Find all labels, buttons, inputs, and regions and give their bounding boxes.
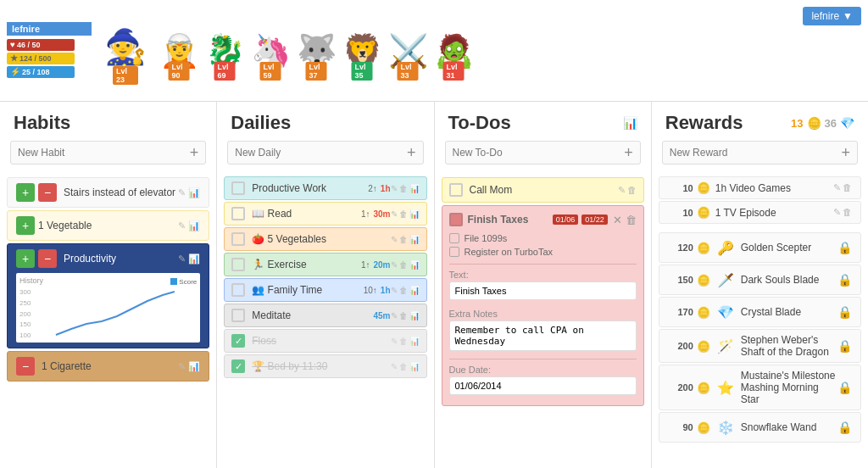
xp-value: 124 / 500 — [19, 54, 52, 63]
user-menu-button[interactable]: lefnire ▼ — [803, 7, 861, 25]
delete-icon[interactable]: 🗑 — [399, 311, 408, 320]
new-todo-row[interactable]: + — [445, 141, 641, 164]
new-reward-input[interactable] — [663, 142, 835, 164]
edit-icon[interactable]: ✎ — [833, 182, 841, 193]
daily-item-productive: Productive Work 2↑ 1h ✎ 🗑 📊 — [224, 176, 426, 200]
stats-icon: 📊 — [188, 254, 200, 265]
delete-icon[interactable]: 🗑 — [399, 337, 408, 346]
daily-checkbox-checked[interactable]: ✓ — [231, 334, 245, 348]
edit-icon[interactable]: ✎ — [833, 207, 841, 218]
todo-expanded-checkbox[interactable] — [449, 213, 463, 226]
edit-icon[interactable]: ✎ — [178, 254, 186, 265]
subtask-checkbox[interactable] — [449, 247, 459, 257]
reward-label: 1h Video Games — [715, 182, 833, 194]
add-reward-button[interactable]: + — [834, 142, 857, 164]
lock-icon: 🔒 — [837, 421, 852, 434]
delete-icon[interactable]: 🗑 — [399, 184, 408, 193]
edit-icon[interactable]: ✎ — [391, 311, 398, 320]
daily-checkbox[interactable] — [231, 181, 245, 195]
lock-icon: 🔒 — [837, 339, 852, 353]
nav-right: lefnire ▼ — [803, 7, 861, 25]
add-daily-button[interactable]: + — [400, 142, 423, 164]
edit-icon[interactable]: ✎ — [391, 286, 398, 295]
user-info: lefnire ♥ 46 / 50 ★ 124 / 500 ⚡ 25 / 108 — [7, 22, 92, 80]
habit-minus-btn[interactable]: − — [16, 357, 35, 376]
edit-icon[interactable]: ✎ — [178, 220, 186, 231]
add-todo-button[interactable]: + — [617, 142, 640, 164]
reward-label: Mustaine's Milestone Mashing Morning Sta… — [741, 370, 837, 405]
edit-icon[interactable]: ✎ — [391, 209, 398, 219]
party-level-6: Lvl 33 — [398, 62, 419, 81]
todo-text-input[interactable] — [449, 281, 637, 300]
delete-icon[interactable]: 🗑 — [627, 185, 637, 196]
habit-plus-btn[interactable]: + — [16, 183, 35, 202]
delete-icon[interactable]: 🗑 — [399, 362, 408, 371]
subtask-checkbox[interactable] — [449, 233, 459, 243]
daily-time: 1h — [381, 184, 391, 193]
divider — [449, 264, 637, 265]
habit-plus-btn[interactable]: + — [16, 249, 35, 268]
habit-minus-btn[interactable]: − — [38, 183, 57, 202]
lock-icon: 🔒 — [837, 273, 852, 287]
new-daily-input[interactable] — [228, 142, 400, 164]
daily-checkbox[interactable] — [231, 232, 245, 246]
mp-bar: ⚡ 25 / 108 — [7, 66, 75, 78]
daily-checkbox[interactable] — [231, 309, 245, 322]
daily-checkbox[interactable] — [231, 283, 245, 297]
hp-bar: ♥ 46 / 50 — [7, 39, 75, 51]
habit-item-stairs: + − Stairs instead of elevator ✎ 📊 — [7, 177, 209, 208]
stats-icon: 📊 — [409, 311, 420, 320]
habit-plus-btn[interactable]: + — [16, 216, 35, 235]
daily-icons: ✎ 🗑 📊 — [391, 337, 420, 346]
todo-notes-input[interactable]: Remember to call CPA on Wednesday — [449, 320, 637, 351]
delete-icon[interactable]: 🗑 — [626, 214, 637, 226]
party-member-7: 🧟 Lvl 31 — [432, 21, 475, 81]
daily-checkbox[interactable] — [231, 207, 245, 220]
delete-icon[interactable]: 🗑 — [399, 209, 408, 219]
delete-icon[interactable]: 🗑 — [399, 286, 408, 295]
edit-icon[interactable]: ✎ — [618, 185, 626, 196]
daily-item-floss: ✓ Floss ✎ 🗑 📊 — [224, 329, 426, 353]
todo-label: Call Mom — [470, 184, 618, 196]
habit-label: 1 Vegetable — [38, 220, 178, 231]
edit-icon[interactable]: ✎ — [178, 187, 186, 198]
lightning-icon: ⚡ — [10, 67, 20, 76]
nav-username: lefnire — [811, 10, 839, 22]
todo-due-input[interactable] — [449, 376, 637, 395]
productivity-label: Productivity — [64, 253, 178, 265]
daily-checkbox-checked[interactable]: ✓ — [231, 359, 245, 373]
daily-label: 👥 Family Time — [252, 284, 359, 296]
party-member-6: ⚔️ Lvl 33 — [387, 21, 429, 81]
delete-icon[interactable]: 🗑 — [843, 207, 852, 218]
edit-icon[interactable]: ✎ — [391, 184, 398, 193]
party-member-2: 🐉 Lvl 69 — [203, 21, 246, 81]
stats-icon: 📊 — [188, 361, 200, 372]
xp-bar: ★ 124 / 500 — [7, 53, 75, 64]
new-todo-input[interactable] — [446, 142, 618, 164]
new-reward-row[interactable]: + — [662, 141, 858, 164]
daily-item-family: 👥 Family Time 10↑ 1h ✎ 🗑 📊 — [224, 278, 426, 302]
edit-icon[interactable]: ✎ — [178, 361, 186, 372]
dailies-list: Productive Work 2↑ 1h ✎ 🗑 📊 📖 Read 1↑ 30… — [217, 171, 433, 468]
xp-row: ★ 124 / 500 — [7, 53, 92, 64]
edit-icon[interactable]: ✎ — [391, 235, 398, 244]
player-avatar: 🧙 Lvl 23 — [100, 17, 151, 85]
new-habit-row[interactable]: + — [10, 141, 206, 164]
delete-icon[interactable]: 🗑 — [399, 235, 408, 244]
edit-icon[interactable]: ✎ — [391, 362, 398, 371]
daily-checkbox[interactable] — [231, 258, 245, 271]
reward-item-shaft-dragon: 200 🪙 🪄 Stephen Weber's Shaft of the Dra… — [659, 329, 861, 363]
delete-icon[interactable]: 🗑 — [399, 260, 408, 270]
edit-icon[interactable]: ✎ — [391, 337, 398, 346]
edit-icon[interactable]: ✎ — [391, 260, 398, 270]
gold-count: 13 — [791, 117, 803, 130]
delete-icon[interactable]: 🗑 — [843, 182, 852, 193]
add-habit-button[interactable]: + — [183, 142, 206, 164]
habit-icons: ✎ 📊 — [178, 254, 200, 265]
new-habit-input[interactable] — [11, 142, 183, 164]
new-daily-row[interactable]: + — [227, 141, 423, 164]
habit-minus-btn[interactable]: − — [38, 249, 57, 268]
close-icon[interactable]: ✕ — [613, 214, 622, 226]
todo-checkbox[interactable] — [449, 183, 463, 197]
todos-column: To-Dos 📊 + Call Mom ✎ 🗑 Finish Taxes — [435, 102, 652, 468]
